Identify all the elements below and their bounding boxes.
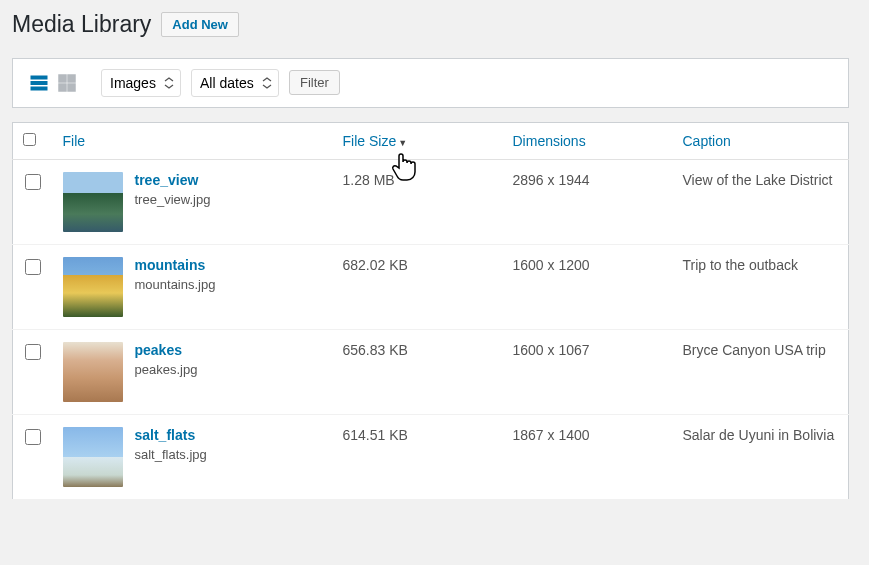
svg-rect-5 (59, 84, 66, 91)
column-file-header[interactable]: File (63, 133, 86, 149)
media-caption: Salar de Uyuni in Bolivia (673, 414, 849, 499)
svg-rect-4 (68, 75, 75, 82)
view-list-button[interactable] (25, 69, 53, 97)
media-thumbnail[interactable] (63, 427, 123, 487)
row-checkbox[interactable] (25, 259, 41, 275)
media-title-link[interactable]: salt_flats (135, 427, 207, 443)
media-list-table: File File Size▼ Dimensions Caption tree_… (12, 122, 849, 500)
svg-rect-2 (31, 87, 47, 90)
media-dimensions: 2896 x 1944 (503, 159, 673, 244)
media-thumbnail[interactable] (63, 342, 123, 402)
media-thumbnail[interactable] (63, 257, 123, 317)
sort-desc-icon: ▼ (398, 138, 407, 148)
svg-rect-1 (31, 81, 47, 84)
svg-rect-0 (31, 76, 47, 79)
media-filesize: 1.28 MB (333, 159, 503, 244)
table-row: peakes peakes.jpg 656.83 KB 1600 x 1067 … (13, 329, 849, 414)
grid-view-icon (57, 73, 77, 93)
list-view-icon (29, 73, 49, 93)
table-row: mountains mountains.jpg 682.02 KB 1600 x… (13, 244, 849, 329)
media-type-select[interactable]: Images (101, 69, 181, 97)
media-caption: Bryce Canyon USA trip (673, 329, 849, 414)
media-filename: tree_view.jpg (135, 192, 211, 207)
filter-button[interactable]: Filter (289, 70, 340, 95)
media-dimensions: 1867 x 1400 (503, 414, 673, 499)
svg-rect-6 (68, 84, 75, 91)
media-filename: mountains.jpg (135, 277, 216, 292)
column-filesize-header[interactable]: File Size▼ (343, 133, 408, 149)
media-dimensions: 1600 x 1067 (503, 329, 673, 414)
svg-rect-3 (59, 75, 66, 82)
media-toolbar: Images All dates Filter (12, 58, 849, 108)
media-dimensions: 1600 x 1200 (503, 244, 673, 329)
row-checkbox[interactable] (25, 344, 41, 360)
view-grid-button[interactable] (53, 69, 81, 97)
date-filter-select[interactable]: All dates (191, 69, 279, 97)
media-caption: Trip to the outback (673, 244, 849, 329)
media-title-link[interactable]: tree_view (135, 172, 211, 188)
media-caption: View of the Lake District (673, 159, 849, 244)
media-filesize: 682.02 KB (333, 244, 503, 329)
media-filesize: 656.83 KB (333, 329, 503, 414)
media-thumbnail[interactable] (63, 172, 123, 232)
add-new-button[interactable]: Add New (161, 12, 239, 37)
table-row: salt_flats salt_flats.jpg 614.51 KB 1867… (13, 414, 849, 499)
page-title: Media Library (12, 10, 151, 40)
media-filesize: 614.51 KB (333, 414, 503, 499)
table-row: tree_view tree_view.jpg 1.28 MB 2896 x 1… (13, 159, 849, 244)
media-title-link[interactable]: mountains (135, 257, 216, 273)
column-caption-header[interactable]: Caption (683, 133, 731, 149)
media-filename: peakes.jpg (135, 362, 198, 377)
row-checkbox[interactable] (25, 429, 41, 445)
media-filename: salt_flats.jpg (135, 447, 207, 462)
column-dimensions-header[interactable]: Dimensions (513, 133, 586, 149)
row-checkbox[interactable] (25, 174, 41, 190)
column-filesize-label: File Size (343, 133, 397, 149)
select-all-checkbox[interactable] (23, 133, 36, 146)
media-title-link[interactable]: peakes (135, 342, 198, 358)
